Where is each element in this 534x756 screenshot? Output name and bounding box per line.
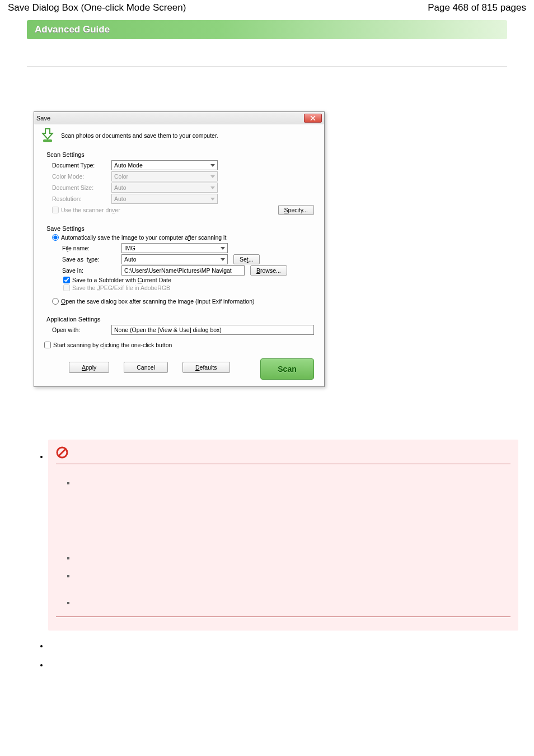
adobergb-checkbox (63, 284, 70, 291)
chevron-down-icon (210, 186, 215, 189)
svg-line-2 (59, 449, 65, 456)
color-mode-select: Color (111, 171, 218, 181)
save-as-type-select[interactable]: Auto (121, 254, 228, 264)
specify-button[interactable]: Specify... (278, 205, 314, 215)
file-name-field[interactable]: IMG (121, 243, 228, 253)
list-item (75, 554, 510, 562)
save-settings-heading: Save Settings (46, 225, 314, 232)
document-size-value: Auto (114, 184, 127, 191)
dialog-title: Save (36, 115, 302, 122)
subfolder-checkbox[interactable] (63, 277, 70, 283)
document-type-label: Document Type: (44, 162, 111, 169)
prohibit-icon (56, 446, 68, 459)
page-counter: Page 468 of 815 pages (428, 2, 526, 13)
save-as-type-label: Save as type: (54, 256, 121, 263)
list-item (48, 642, 518, 650)
file-name-label: File name: (54, 245, 121, 251)
app-settings-heading: Application Settings (46, 316, 314, 323)
dialog-subtitle: Scan photos or documents and save them t… (61, 132, 218, 139)
use-scanner-driver-checkbox (52, 207, 59, 213)
close-button[interactable] (304, 114, 322, 123)
start-scanning-label: Start scanning by clicking the one-click… (53, 342, 172, 348)
save-in-label: Save in: (54, 267, 121, 274)
adobergb-row: Save the JPEG/Exif file in AdobeRGB (63, 284, 314, 291)
list-item (75, 572, 510, 580)
cancel-button[interactable]: Cancel (124, 362, 168, 373)
divider (27, 66, 507, 67)
start-scanning-row[interactable]: Start scanning by clicking the one-click… (44, 342, 314, 348)
adobergb-label: Save the JPEG/Exif file in AdobeRGB (72, 284, 170, 291)
auto-save-radio-row[interactable]: Automatically save the image to your com… (52, 234, 314, 241)
file-name-value: IMG (124, 245, 135, 251)
chevron-down-icon (210, 164, 215, 167)
chevron-down-icon (210, 198, 215, 200)
document-type-select[interactable]: Auto Mode (111, 160, 218, 170)
open-save-radio-label: Open the save dialog box after scanning … (61, 298, 255, 305)
color-mode-value: Color (114, 173, 128, 180)
chevron-down-icon (210, 175, 215, 178)
open-with-value: None (Open the [View & Use] dialog box) (114, 326, 222, 333)
chevron-down-icon (221, 258, 225, 261)
subfolder-label: Save to a Subfolder with Current Date (72, 277, 171, 283)
list-item (48, 423, 518, 631)
dialog-titlebar: Save (34, 112, 324, 124)
save-dialog: Save Scan photos or documents and save t… (34, 111, 325, 387)
resolution-value: Auto (114, 195, 127, 202)
resolution-label: Resolution: (44, 195, 111, 202)
auto-save-radio[interactable] (52, 234, 59, 241)
list-item (48, 661, 518, 669)
open-save-radio-row[interactable]: Open the save dialog box after scanning … (52, 298, 314, 305)
open-with-select[interactable]: None (Open the [View & Use] dialog box) (111, 325, 314, 335)
document-type-value: Auto Mode (114, 162, 143, 169)
browse-button[interactable]: Browse... (250, 265, 287, 276)
list-item (75, 479, 510, 487)
page-title: Save Dialog Box (One-click Mode Screen) (8, 2, 186, 13)
document-size-label: Document Size: (44, 184, 111, 191)
apply-button[interactable]: Apply (69, 362, 109, 373)
start-scanning-checkbox[interactable] (44, 342, 51, 348)
subfolder-row[interactable]: Save to a Subfolder with Current Date (63, 277, 314, 283)
scan-button[interactable]: Scan (260, 358, 314, 380)
resolution-select: Auto (111, 194, 218, 204)
use-scanner-driver-label: Use the scanner driver (61, 207, 120, 213)
advanced-guide-label: Advanced Guide (35, 24, 110, 35)
note-box (48, 440, 518, 631)
save-in-value: C:\Users\UserName\Pictures\MP Navigat (124, 267, 232, 274)
save-as-type-value: Auto (124, 256, 137, 263)
use-scanner-driver-row: Use the scanner driver (52, 207, 120, 213)
advanced-guide-bar: Advanced Guide (27, 20, 507, 39)
open-with-label: Open with: (52, 326, 111, 333)
defaults-button[interactable]: Defaults (182, 362, 230, 373)
scan-settings-heading: Scan Settings (46, 151, 314, 158)
open-save-radio[interactable] (52, 298, 59, 305)
close-icon (310, 115, 316, 121)
auto-save-radio-label: Automatically save the image to your com… (61, 234, 226, 241)
set-button[interactable]: Set... (233, 254, 260, 264)
chevron-down-icon (221, 247, 225, 250)
svg-rect-0 (43, 139, 52, 142)
document-size-select: Auto (111, 183, 218, 193)
list-item (75, 599, 510, 606)
color-mode-label: Color Mode: (44, 173, 111, 180)
save-icon (40, 128, 55, 143)
save-in-field: C:\Users\UserName\Pictures\MP Navigat (121, 265, 245, 276)
